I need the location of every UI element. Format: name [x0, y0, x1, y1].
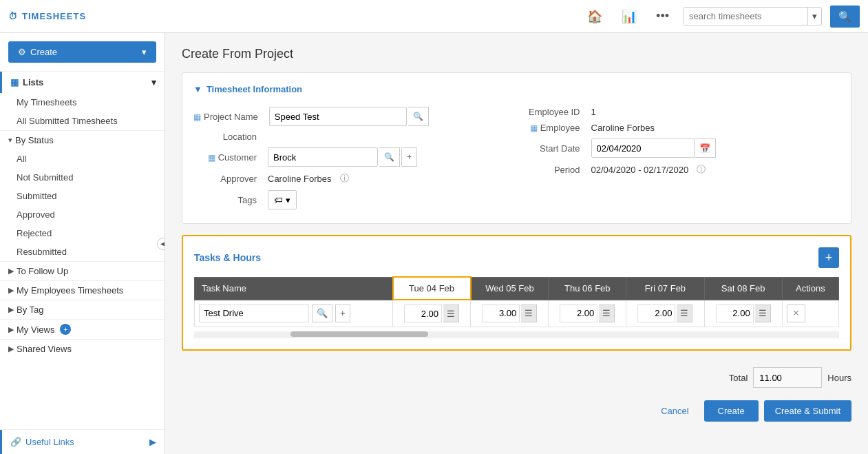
horizontal-scrollbar[interactable]: [194, 331, 839, 338]
start-date-input[interactable]: [591, 138, 695, 158]
tag-icon: 🏷: [274, 195, 283, 205]
task-add-button[interactable]: +: [335, 305, 350, 322]
fri-hours-menu-button[interactable]: ☰: [677, 305, 692, 322]
shared-views-section: ▶ Shared Views: [0, 339, 165, 358]
by-status-caret-icon: ▾: [8, 136, 12, 145]
thu-hours-menu-button[interactable]: ☰: [599, 305, 615, 322]
cancel-button[interactable]: Cancel: [651, 400, 698, 422]
by-status-header[interactable]: ▾ By Status: [0, 131, 165, 149]
tue-hours-input[interactable]: [404, 305, 442, 322]
sidebar-item-all[interactable]: All: [0, 149, 165, 168]
sat-hours-input[interactable]: [716, 305, 754, 322]
home-button[interactable]: 🏠: [582, 6, 608, 27]
total-input[interactable]: [753, 367, 822, 388]
create-gear-icon: ⚙: [18, 47, 26, 57]
my-views-section: ▶ My Views +: [0, 319, 165, 339]
to-follow-up-caret-icon: ▶: [8, 267, 14, 276]
my-views-header[interactable]: ▶ My Views +: [0, 320, 165, 339]
tue-hours-cell: ☰: [393, 300, 471, 327]
col-actions: Actions: [782, 277, 838, 300]
sat-hours-menu-button[interactable]: ☰: [755, 305, 771, 322]
to-follow-up-header[interactable]: ▶ To Follow Up: [0, 262, 165, 280]
approver-info-icon[interactable]: ⓘ: [340, 172, 349, 185]
employee-row: ▦Employee Caroline Forbes: [517, 120, 840, 136]
sidebar-item-useful-links[interactable]: 🔗 Useful Links ▶: [0, 430, 165, 454]
calendar-icon[interactable]: 📅: [695, 138, 716, 158]
sat-hours-cell: ☰: [704, 300, 782, 327]
link-icon: 🔗: [10, 437, 21, 447]
table-header-row: Task Name Tue 04 Feb Wed 05 Feb Thu 06 F…: [195, 277, 839, 300]
shared-views-caret-icon: ▶: [8, 344, 14, 353]
customer-input[interactable]: [268, 147, 378, 167]
employee-id-row: Employee ID 1: [517, 104, 840, 120]
chart-button[interactable]: 📊: [616, 6, 642, 27]
search-button[interactable]: 🔍: [830, 6, 860, 28]
lists-header[interactable]: ▦ Lists ▾: [0, 72, 165, 93]
top-nav: ⏱ TIMESHEETS 🏠 📊 ••• ▾ 🔍: [0, 0, 868, 33]
add-view-icon[interactable]: +: [60, 324, 71, 335]
search-wrapper: ▾: [683, 7, 822, 25]
by-status-section: ▾ By Status All Not Submitted Submitted …: [0, 130, 165, 261]
page-title: Create From Project: [182, 47, 851, 61]
thu-hours-cell: ☰: [549, 300, 626, 327]
tags-button[interactable]: 🏷 ▾: [268, 190, 297, 209]
col-fri: Fri 07 Feb: [626, 277, 704, 300]
period-info-icon[interactable]: ⓘ: [697, 163, 706, 176]
project-icon: ▦: [193, 112, 201, 122]
sidebar-footer: 🔗 Useful Links ▶: [0, 429, 165, 454]
create-submit-button[interactable]: Create & Submit: [764, 400, 851, 422]
fri-hours-input[interactable]: [637, 305, 675, 322]
search-input[interactable]: [684, 8, 807, 25]
task-search-button[interactable]: 🔍: [312, 305, 332, 322]
timesheet-info-section: ▼ Timesheet Information ▦Project Name 🔍 …: [182, 72, 851, 224]
to-follow-up-section: ▶ To Follow Up: [0, 261, 165, 280]
wed-hours-menu-button[interactable]: ☰: [521, 305, 537, 322]
project-name-row: ▦Project Name 🔍: [193, 104, 517, 129]
customer-add-button[interactable]: +: [401, 147, 417, 167]
thu-hours-input[interactable]: [560, 305, 597, 322]
project-name-input[interactable]: [269, 107, 407, 126]
sidebar-item-approved[interactable]: Approved: [0, 205, 165, 224]
list-icon: ▦: [10, 77, 19, 87]
collapse-icon: ▼: [193, 84, 202, 94]
fri-hours-cell: ☰: [626, 300, 704, 327]
search-dropdown-button[interactable]: ▾: [807, 8, 821, 25]
create-button[interactable]: ⚙ Create ▾: [8, 41, 156, 63]
customer-row: ▦Customer 🔍 +: [193, 145, 517, 169]
sidebar-item-my-timesheets[interactable]: My Timesheets: [0, 93, 165, 112]
period-row: Period 02/04/2020 - 02/17/2020 ⓘ: [517, 161, 840, 178]
col-thu: Thu 06 Feb: [549, 277, 626, 300]
lists-caret-icon: ▾: [151, 77, 156, 87]
table-row: 🔍 + ☰: [195, 300, 839, 327]
tags-row: Tags 🏷 ▾: [193, 187, 517, 212]
timesheet-info-header[interactable]: ▼ Timesheet Information: [193, 84, 840, 94]
sidebar: ⚙ Create ▾ ▦ Lists ▾ My Timesheets All S…: [0, 33, 165, 454]
wed-hours-cell: ☰: [471, 300, 549, 327]
approver-row: Approver Caroline Forbes ⓘ: [193, 169, 517, 187]
add-task-button[interactable]: +: [818, 247, 839, 268]
my-employees-header[interactable]: ▶ My Employees Timesheets: [0, 281, 165, 300]
sidebar-collapse-button[interactable]: ◀: [157, 238, 165, 250]
sidebar-item-rejected[interactable]: Rejected: [0, 224, 165, 243]
project-search-button[interactable]: 🔍: [408, 107, 429, 126]
timesheet-form-grid: ▦Project Name 🔍 Location ▦Customer: [193, 104, 840, 212]
create-button-footer[interactable]: Create: [704, 400, 759, 422]
sidebar-item-not-submitted[interactable]: Not Submitted: [0, 168, 165, 187]
wed-hours-input[interactable]: [482, 305, 520, 322]
form-actions: Cancel Create Create & Submit: [182, 400, 851, 422]
shared-views-header[interactable]: ▶ Shared Views: [0, 340, 165, 358]
delete-task-button[interactable]: ✕: [787, 305, 805, 322]
tasks-table: Task Name Tue 04 Feb Wed 05 Feb Thu 06 F…: [194, 276, 839, 327]
my-employees-caret-icon: ▶: [8, 286, 14, 295]
sidebar-item-all-submitted[interactable]: All Submitted Timesheets: [0, 112, 165, 130]
more-button[interactable]: •••: [650, 6, 675, 26]
employee-icon: ▦: [530, 123, 538, 133]
start-date-row: Start Date 📅: [517, 136, 840, 161]
customer-search-button[interactable]: 🔍: [379, 147, 400, 167]
by-tag-header[interactable]: ▶ By Tag: [0, 300, 165, 319]
actions-cell: ✕: [782, 300, 838, 327]
sidebar-item-resubmitted[interactable]: Resubmitted: [0, 243, 165, 261]
task-name-input[interactable]: [199, 305, 309, 322]
tue-hours-menu-button[interactable]: ☰: [443, 305, 459, 322]
sidebar-item-submitted[interactable]: Submitted: [0, 187, 165, 205]
